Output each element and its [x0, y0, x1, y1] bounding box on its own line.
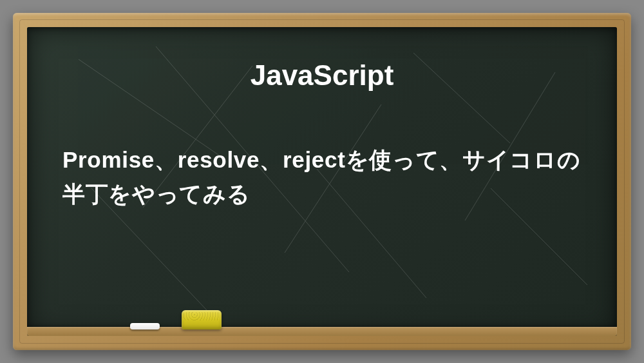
chalk-stick — [130, 323, 160, 329]
description-text: Promise、resolve、rejectを使って、サイコロの半丁をやってみる — [62, 143, 582, 211]
chalk-tray — [27, 327, 617, 336]
title-text: JavaScript — [62, 59, 582, 92]
board-content: JavaScript Promise、resolve、rejectを使って、サイ… — [27, 27, 617, 336]
eraser-sponge — [182, 310, 222, 329]
chalkboard: JavaScript Promise、resolve、rejectを使って、サイ… — [27, 27, 617, 336]
chalkboard-frame: JavaScript Promise、resolve、rejectを使って、サイ… — [13, 13, 631, 350]
